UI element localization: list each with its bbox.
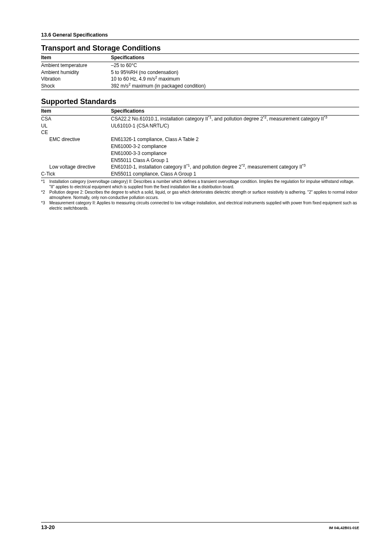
table-row: CSACSA22.2 No.61010.1, installation cate… (41, 115, 359, 122)
table-body: CSACSA22.2 No.61010.1, installation cate… (41, 115, 359, 178)
spacer (41, 90, 359, 96)
cell-item: CE (41, 129, 111, 136)
footnote-marker: *3 (41, 200, 49, 211)
footnote-row: *1Installation category (overvoltage cat… (41, 179, 359, 190)
cell-spec (111, 129, 359, 136)
cell-item: CSA (41, 115, 111, 122)
cell-spec: EN61326-1 compliance, Class A Table 2 (111, 136, 359, 143)
cell-spec: EN61010-1, installation category II*1, a… (111, 164, 359, 171)
table-row: CE (41, 129, 359, 136)
table-body: Ambient temperature–25 to 60°CAmbient hu… (41, 62, 359, 90)
col-header-spec: Specifications (111, 107, 359, 115)
footnote-text: Installation category (overvoltage categ… (49, 179, 359, 190)
section-title-standards: Supported Standards (41, 97, 359, 106)
table-row: Shock392 m/s2 maximum (in packaged condi… (41, 83, 359, 90)
cell-spec: UL61010-1 (CSA NRTL/C) (111, 123, 359, 130)
footnote-marker: *2 (41, 190, 49, 200)
table-row: Low voltage directiveEN61010-1, installa… (41, 164, 359, 171)
header-rule (41, 39, 359, 40)
cell-spec: 5 to 95%RH (no condensation) (111, 69, 359, 76)
running-header: 13.6 General Specifications (41, 32, 359, 38)
cell-spec: –25 to 60°C (111, 62, 359, 69)
cell-item: Ambient humidity (41, 69, 111, 76)
footnote-row: *2Pollution degree 2: Describes the degr… (41, 190, 359, 200)
cell-item: Ambient temperature (41, 62, 111, 69)
cell-spec: 10 to 60 Hz, 4.9 m/s2 maximum (111, 76, 359, 83)
footnote-text: Pollution degree 2: Describes the degree… (49, 190, 359, 200)
table-standards: Item Specifications CSACSA22.2 No.61010.… (41, 107, 359, 178)
table-row: Vibration10 to 60 Hz, 4.9 m/s2 maximum (41, 76, 359, 83)
cell-item: Vibration (41, 76, 111, 83)
page-number: 13-20 (41, 524, 55, 530)
cell-spec: EN55011 Class A Group 1 (111, 157, 359, 164)
cell-item: C-Tick (41, 171, 111, 178)
document-id: IM 04L42B01-01E (329, 526, 359, 530)
cell-spec: EN61000-3-3 compliance (111, 150, 359, 157)
cell-item (41, 150, 111, 157)
footnote-text: Measurement category II: Applies to meas… (49, 200, 359, 211)
table-transport: Item Specifications Ambient temperature–… (41, 53, 359, 90)
table-row: EN61000-3-3 compliance (41, 150, 359, 157)
section-title-transport: Transport and Storage Conditions (41, 44, 359, 53)
table-row: EMC directiveEN61326-1 compliance, Class… (41, 136, 359, 143)
cell-spec: EN55011 compliance, Class A Group 1 (111, 171, 359, 178)
table-row: ULUL61010-1 (CSA NRTL/C) (41, 123, 359, 130)
cell-item: Low voltage directive (41, 164, 111, 171)
col-header-item: Item (41, 107, 111, 115)
footnote-row: *3Measurement category II: Applies to me… (41, 200, 359, 211)
table-row: EN55011 Class A Group 1 (41, 157, 359, 164)
page: 13.6 General Specifications Transport an… (0, 0, 392, 555)
cell-item (41, 157, 111, 164)
table-row: Ambient temperature–25 to 60°C (41, 62, 359, 69)
col-header-spec: Specifications (111, 54, 359, 62)
cell-item: EMC directive (41, 136, 111, 143)
cell-item (41, 143, 111, 150)
cell-item: UL (41, 123, 111, 130)
table-row: C-TickEN55011 compliance, Class A Group … (41, 171, 359, 178)
footnote-marker: *1 (41, 179, 49, 190)
footer: 13-20 IM 04L42B01-01E (41, 522, 359, 530)
col-header-item: Item (41, 54, 111, 62)
cell-item: Shock (41, 83, 111, 90)
table-row: EN61000-3-2 compliance (41, 143, 359, 150)
cell-spec: EN61000-3-2 compliance (111, 143, 359, 150)
footnotes: *1Installation category (overvoltage cat… (41, 179, 359, 211)
cell-spec: CSA22.2 No.61010.1, installation categor… (111, 115, 359, 122)
table-row: Ambient humidity5 to 95%RH (no condensat… (41, 69, 359, 76)
cell-spec: 392 m/s2 maximum (in packaged condition) (111, 83, 359, 90)
